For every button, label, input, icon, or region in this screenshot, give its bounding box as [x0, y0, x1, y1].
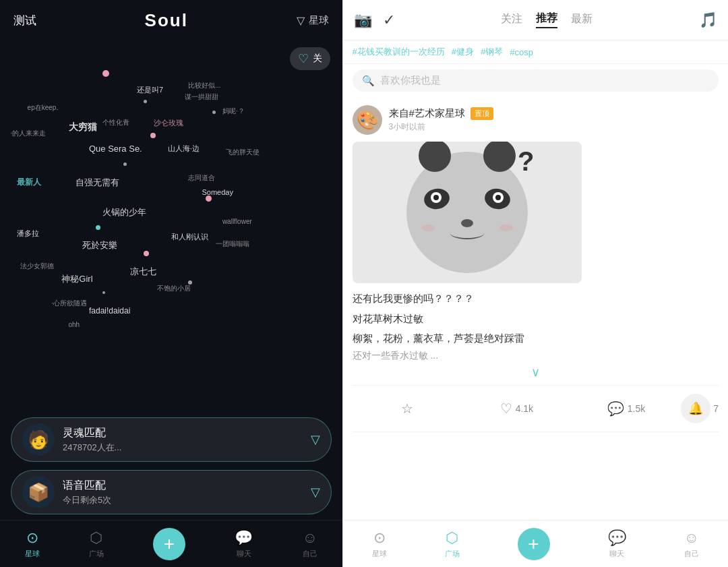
- header-left-icons: 📷 ✓: [354, 11, 395, 29]
- star-label[interactable]: 神秘Girl: [61, 273, 92, 285]
- like-count: 4.1k: [516, 403, 533, 414]
- left-nav-chat[interactable]: 💬 聊天: [235, 529, 253, 559]
- search-bar[interactable]: 🔍 喜欢你我也是: [353, 69, 719, 92]
- star-action[interactable]: ☆: [353, 400, 462, 417]
- r-self-nav-icon: ☺: [684, 529, 699, 547]
- right-nav-self[interactable]: ☺ 自己: [684, 529, 699, 559]
- voice-match-btn[interactable]: 📦 语音匹配 今日剩余5次 ▽: [11, 470, 332, 514]
- square-nav-label: 广场: [89, 549, 104, 559]
- star-label[interactable]: 沙仑玫瑰: [154, 118, 183, 128]
- pinned-badge: 置顶: [471, 107, 493, 120]
- star-label[interactable]: 凉七七: [130, 266, 156, 278]
- star-label[interactable]: 火锅的少年: [102, 206, 146, 218]
- left-nav-self[interactable]: ☺ 自己: [302, 529, 317, 559]
- bookmark-icon[interactable]: ✓: [383, 11, 395, 29]
- star-dot: [96, 225, 100, 230]
- star-label[interactable]: 还是叫7: [137, 85, 163, 95]
- app-title: Soul: [145, 10, 188, 31]
- right-nav-star[interactable]: ⊙ 星球: [372, 529, 387, 559]
- star-label[interactable]: ·心所欲随遇: [51, 299, 87, 308]
- tab-follow[interactable]: 关注: [501, 12, 522, 28]
- tab-latest[interactable]: 最新: [571, 12, 593, 28]
- soul-match-filter-icon[interactable]: ▽: [311, 432, 320, 447]
- star-label[interactable]: 潘多拉: [17, 229, 39, 239]
- right-nav-chat[interactable]: 💬 聊天: [608, 529, 626, 559]
- star-dot: [144, 100, 147, 103]
- right-panel: 📷 ✓ 关注 推荐 最新 🎵 #花钱买教训的一次经历 #健身 #钢琴 #cosp…: [343, 0, 728, 567]
- self-nav-label: 自己: [303, 549, 317, 559]
- right-header-music-icon[interactable]: 🎵: [699, 11, 717, 29]
- soul-match-btn[interactable]: 🧑 灵魂匹配 2478702人在... ▽: [11, 417, 332, 462]
- star-dot: [150, 133, 156, 138]
- left-nav-square[interactable]: ⬡ 广场: [89, 529, 104, 559]
- star-label[interactable]: 死於安樂: [82, 239, 117, 251]
- post-actions: ☆ ♡ 4.1k 💬 1.5k 🔔 7: [353, 385, 719, 432]
- star-dot: [188, 280, 192, 285]
- tag-item-3[interactable]: #钢琴: [481, 46, 503, 58]
- tag-item-4[interactable]: #cosp: [510, 47, 533, 57]
- post-expand-btn[interactable]: ∨: [353, 365, 719, 380]
- star-label[interactable]: ep在keep.: [28, 103, 59, 113]
- filter-label: 星球: [309, 14, 329, 27]
- star-label[interactable]: 不饱的小居: [157, 284, 191, 293]
- r-chat-nav-label: 聊天: [609, 549, 624, 559]
- search-placeholder: 喜欢你我也是: [380, 74, 441, 87]
- tag-item-1[interactable]: #花钱买教训的一次经历: [353, 46, 445, 58]
- post-author-info: 来自#艺术家星球 置顶 3小时以前: [389, 107, 719, 133]
- star-dot: [102, 70, 109, 77]
- share-action[interactable]: 🔔: [681, 394, 710, 423]
- star-label[interactable]: 个性化青: [102, 118, 129, 127]
- voice-match-filter-icon[interactable]: ▽: [311, 485, 320, 500]
- filter-icon: ▽: [297, 14, 305, 27]
- star-label[interactable]: 志同道合: [188, 173, 215, 183]
- tag-item-2[interactable]: #健身: [452, 46, 474, 58]
- voice-match-sub: 今日剩余5次: [63, 494, 303, 506]
- star-label-newest[interactable]: 最新人: [17, 177, 41, 188]
- post-avatar[interactable]: 🎨: [353, 105, 382, 135]
- star-label[interactable]: 飞的胖天使: [226, 148, 260, 157]
- star-map: ♡ 关 还是叫7 比较好似... ep在keep. 个性化青 沙仑玫瑰 谋一拱甜…: [0, 40, 342, 409]
- right-nav: ⊙ 星球 ⬡ 广场 + 💬 聊天 ☺ 自己: [343, 520, 728, 567]
- chat-nav-label: 聊天: [237, 549, 251, 559]
- post-author-name-row: 来自#艺术家星球 置顶: [389, 107, 719, 120]
- voice-match-avatar: 📦: [22, 476, 55, 508]
- post-image: ?: [353, 142, 582, 283]
- star-label[interactable]: 山人海·边: [168, 144, 200, 154]
- r-square-nav-label: 广场: [445, 549, 460, 559]
- filter-btn[interactable]: ▽ 星球: [297, 14, 329, 27]
- right-nav-plus-btn[interactable]: +: [518, 528, 550, 560]
- star-label[interactable]: ohh: [69, 321, 80, 328]
- star-nav-label: 星球: [25, 549, 40, 559]
- voice-match-info: 语音匹配 今日剩余5次: [63, 479, 303, 506]
- star-label[interactable]: 大穷猫: [69, 121, 97, 133]
- r-star-nav-icon: ⊙: [373, 529, 386, 547]
- star-label[interactable]: Que Sera Se.: [89, 144, 142, 154]
- test-label: 测试: [13, 13, 36, 28]
- star-label[interactable]: wallflower: [222, 218, 252, 225]
- post-author-row: 🎨 来自#艺术家星球 置顶 3小时以前: [353, 105, 719, 135]
- right-nav-square[interactable]: ⬡ 广场: [445, 529, 460, 559]
- like-action[interactable]: ♡ 4.1k: [462, 400, 572, 417]
- star-label[interactable]: 自强无需有: [75, 177, 119, 189]
- star-label[interactable]: 和人刚认识: [171, 232, 208, 242]
- share-icon: 🔔: [688, 401, 703, 416]
- tab-recommend[interactable]: 推荐: [536, 11, 557, 28]
- star-label[interactable]: Someday: [202, 188, 233, 196]
- soul-match-sub: 2478702人在...: [63, 442, 303, 454]
- star-label[interactable]: fadai!daidai: [89, 306, 130, 316]
- star-label[interactable]: 谋一拱甜甜: [185, 92, 218, 102]
- soul-match-info: 灵魂匹配 2478702人在...: [63, 426, 303, 454]
- post-content-line1: 还有比我更惨的吗？？？？: [353, 290, 719, 307]
- comment-action[interactable]: 💬 1.5k: [572, 400, 681, 417]
- heart-close-btn[interactable]: ♡ 关: [290, 47, 330, 70]
- star-label[interactable]: 妈呢·？: [222, 107, 245, 116]
- star-label[interactable]: 法少女郭德: [20, 262, 54, 271]
- camera-icon[interactable]: 📷: [354, 11, 372, 29]
- post-content-line3: 柳絮，花粉，薰衣草，芦荟是绝对踩雷: [353, 330, 719, 347]
- left-nav-star[interactable]: ⊙ 星球: [25, 529, 40, 559]
- star-label[interactable]: 比较好似...: [188, 81, 220, 90]
- star-label[interactable]: ·的人来来走: [10, 129, 46, 138]
- star-label[interactable]: 一团嗡嗡嗡: [216, 239, 249, 249]
- star-dot: [102, 291, 105, 294]
- left-nav-plus-btn[interactable]: +: [153, 528, 185, 560]
